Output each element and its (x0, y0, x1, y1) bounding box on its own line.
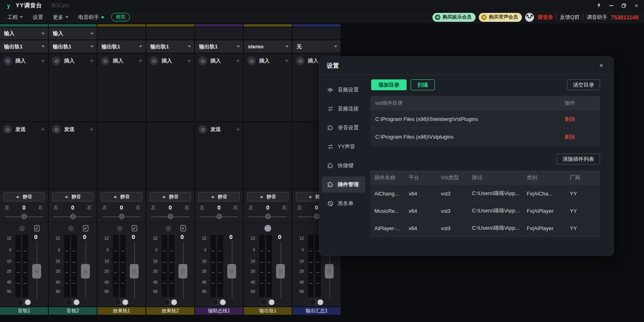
pin-icon[interactable] (594, 2, 603, 9)
add-insert-button[interactable]: + (187, 57, 191, 64)
send-power-button[interactable] (198, 125, 207, 134)
mute-button[interactable]: 静音 (52, 192, 93, 202)
close-button[interactable]: × (632, 2, 641, 9)
menu-voice-assistant[interactable]: 电音助手♥ (75, 12, 107, 23)
menu-settings[interactable]: 设置 (29, 12, 46, 23)
menu-project[interactable]: 工程 (4, 12, 26, 23)
channel-name-tab[interactable]: 辅助总线1 (195, 307, 243, 315)
clear-directories-button[interactable]: 清空目录 (567, 79, 600, 90)
sidebar-item-plugin-management[interactable]: 插件管理 (322, 177, 365, 193)
channel-name-tab[interactable]: 音轨2 (49, 307, 97, 315)
dialog-close-button[interactable]: × (596, 62, 606, 70)
fader-handle[interactable] (81, 264, 90, 278)
input-select[interactable] (293, 27, 341, 39)
channel-name-tab[interactable]: 效果轨1 (98, 307, 145, 315)
sidebar-item-hotkeys[interactable]: 快捷键 (322, 158, 365, 174)
simple-mode-badge[interactable]: 精简 (111, 13, 130, 21)
insert-power-button[interactable] (101, 56, 110, 65)
sidebar-item-recording-settings[interactable]: 录音设置 (322, 120, 365, 136)
minimize-button[interactable] (607, 2, 616, 9)
add-send-button[interactable]: + (236, 126, 240, 133)
sidebar-item-audio-settings[interactable]: 音频设置 (322, 82, 365, 98)
insert-label: 插入 (210, 57, 236, 64)
pan-slider-handle[interactable] (119, 214, 125, 219)
mute-button[interactable]: 静音 (3, 192, 45, 202)
automation-icon[interactable] (83, 225, 89, 233)
output-select[interactable]: 输出轨1 (146, 40, 194, 53)
add-insert-button[interactable]: + (139, 57, 142, 64)
insert-power-button[interactable] (247, 56, 256, 65)
fader-handle[interactable] (179, 264, 187, 278)
input-select[interactable] (244, 27, 292, 39)
restore-button[interactable] (619, 2, 628, 9)
output-select[interactable]: stereo (244, 40, 292, 53)
feedback-qq-link[interactable]: 反馈Q群 (560, 14, 580, 21)
add-insert-button[interactable]: + (236, 57, 240, 64)
output-select[interactable]: 输出轨1 (49, 40, 97, 53)
channel-toggle[interactable] (261, 299, 275, 305)
add-insert-button[interactable]: + (41, 57, 45, 64)
fader-handle[interactable] (227, 264, 236, 278)
clear-plugin-list-button[interactable]: 清除插件列表 (557, 154, 600, 164)
channel-toggle[interactable] (163, 299, 177, 305)
channel-name-tab[interactable]: 输出汇总1 (293, 307, 341, 315)
output-select[interactable]: 输出轨1 (195, 40, 243, 53)
insert-power-button[interactable] (150, 56, 158, 65)
pan-slider-handle[interactable] (265, 214, 271, 219)
pan-slider-handle[interactable] (21, 214, 27, 219)
menu-more[interactable]: 更多 (50, 12, 72, 23)
channel-toggle[interactable] (114, 299, 129, 305)
output-select[interactable]: 无 (293, 40, 341, 53)
buy-entertainment-member-button[interactable]: ♥ 购买娱乐会员 (432, 13, 476, 22)
channel-name-tab[interactable]: 音轨1 (0, 307, 48, 315)
channel-toggle[interactable] (17, 299, 31, 305)
pan-slider-handle[interactable] (70, 214, 76, 219)
add-insert-button[interactable]: + (90, 57, 93, 64)
insert-power-button[interactable] (296, 56, 305, 65)
pan-slider-handle[interactable] (168, 214, 173, 219)
input-select[interactable]: 输入 (0, 27, 48, 39)
add-send-button[interactable]: + (41, 126, 45, 133)
automation-icon[interactable] (34, 225, 40, 233)
channel-name-tab[interactable]: 效果轨2 (146, 307, 194, 315)
mute-button[interactable]: 静音 (247, 192, 289, 202)
fader-handle[interactable] (130, 264, 139, 278)
scan-button[interactable]: 扫描 (411, 79, 435, 90)
fader-handle[interactable] (325, 264, 334, 278)
sidebar-item-yy-sound[interactable]: YY声音 (322, 139, 365, 155)
channel-toggle[interactable] (212, 299, 226, 305)
output-select[interactable]: 输出轨1 (98, 40, 145, 53)
mute-button[interactable]: 静音 (150, 192, 191, 202)
sidebar-item-blacklist[interactable]: 黑名单 (322, 195, 365, 212)
delete-link[interactable]: 删除 (540, 133, 600, 141)
fader-handle[interactable] (276, 264, 285, 278)
add-insert-button[interactable]: + (285, 57, 289, 64)
mute-button[interactable]: 静音 (101, 192, 142, 202)
delete-link[interactable]: 删除 (540, 116, 600, 123)
input-select[interactable] (98, 27, 145, 39)
add-send-button[interactable]: + (90, 126, 93, 133)
pan-slider-handle[interactable] (314, 214, 320, 219)
input-select[interactable] (195, 27, 243, 39)
automation-icon[interactable] (131, 225, 137, 233)
channel-toggle[interactable] (310, 299, 324, 305)
fader-handle[interactable] (32, 264, 41, 278)
input-select[interactable]: 输入 (49, 27, 97, 39)
panda-avatar[interactable] (525, 13, 534, 22)
add-directory-button[interactable]: 添加目录 (371, 79, 407, 90)
send-power-button[interactable] (52, 125, 61, 134)
channel-toggle[interactable] (66, 299, 80, 305)
send-power-button[interactable] (3, 125, 12, 134)
output-select[interactable]: 输出轨1 (0, 40, 48, 53)
buy-voice-member-button[interactable]: ♥ 购买变声会员 (479, 13, 522, 22)
insert-power-button[interactable] (52, 56, 61, 65)
input-select[interactable] (146, 27, 194, 39)
automation-icon[interactable] (180, 225, 186, 233)
insert-power-button[interactable] (3, 56, 12, 65)
insert-power-button[interactable] (198, 56, 207, 65)
login-link[interactable]: 请登录 (537, 14, 553, 21)
channel-name-tab[interactable]: 输出轨1 (244, 307, 292, 315)
sidebar-item-audio-connection[interactable]: 音频连接 (322, 101, 365, 117)
mute-button[interactable]: 静音 (198, 192, 240, 202)
pan-slider-handle[interactable] (216, 214, 222, 219)
